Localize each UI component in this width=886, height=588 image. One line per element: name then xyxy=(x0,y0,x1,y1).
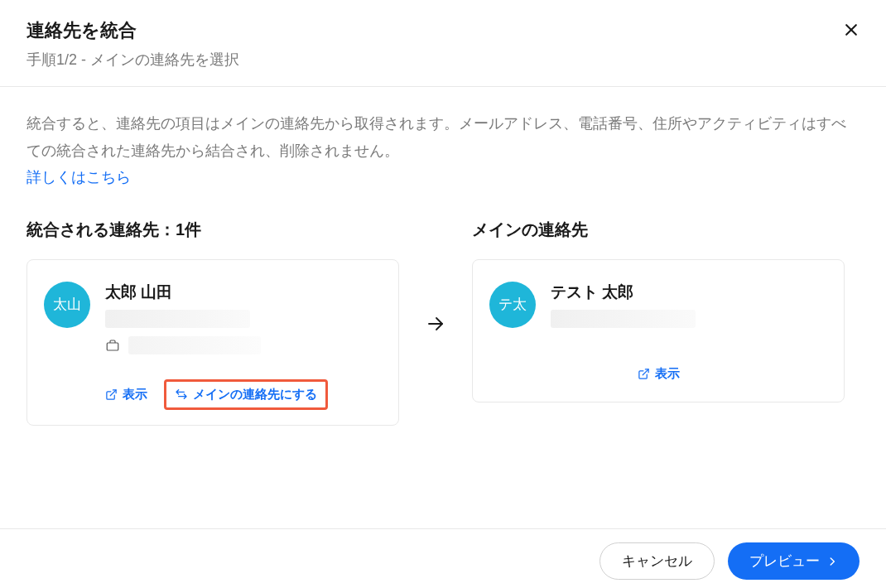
close-icon xyxy=(843,22,860,38)
avatar: テ太 xyxy=(489,282,536,328)
avatar: 太山 xyxy=(44,282,90,328)
card-info: 太郎 山田 xyxy=(105,282,382,354)
external-link-icon xyxy=(638,368,650,380)
learn-more-link[interactable]: 詳しくはこちら xyxy=(26,167,131,187)
modal-subtitle: 手順1/2 - メインの連絡先を選択 xyxy=(26,50,860,70)
briefcase-icon xyxy=(105,338,120,353)
arrow-right-icon xyxy=(426,314,445,334)
contact-name: テスト 太郎 xyxy=(551,282,827,303)
card-info: テスト 太郎 xyxy=(551,282,827,336)
close-button[interactable] xyxy=(840,18,863,41)
columns-container: 統合される連絡先：1件 太山 太郎 山田 xyxy=(26,219,860,426)
placeholder-company xyxy=(128,336,261,354)
modal-title: 連絡先を統合 xyxy=(26,18,860,43)
make-primary-button[interactable]: メインの連絡先にする xyxy=(164,379,328,410)
preview-label: プレビュー xyxy=(749,552,820,571)
view-button[interactable]: 表示 xyxy=(631,361,686,387)
card-actions: 表示 メインの連絡先にする xyxy=(44,379,382,410)
modal-footer: キャンセル プレビュー xyxy=(0,528,886,588)
primary-contact-column: メインの連絡先 テ太 テスト 太郎 xyxy=(472,219,845,402)
svg-rect-2 xyxy=(107,343,118,350)
card-actions: 表示 xyxy=(489,361,827,387)
primary-contact-card: テ太 テスト 太郎 表示 xyxy=(472,259,845,402)
view-label: 表示 xyxy=(655,366,680,382)
view-label: 表示 xyxy=(123,387,147,402)
description-text: 統合すると、連絡先の項目はメインの連絡先から取得されます。メールアドレス、電話番… xyxy=(26,110,860,166)
modal-body: 統合すると、連絡先の項目はメインの連絡先から取得されます。メールアドレス、電話番… xyxy=(0,87,886,442)
card-top-row: 太山 太郎 山田 xyxy=(44,282,382,354)
card-top-row: テ太 テスト 太郎 xyxy=(489,282,827,336)
external-link-icon xyxy=(105,388,118,401)
chevron-right-icon xyxy=(826,556,838,567)
cancel-button[interactable]: キャンセル xyxy=(599,542,715,580)
placeholder-email xyxy=(105,310,250,328)
preview-button[interactable]: プレビュー xyxy=(728,542,860,580)
swap-icon xyxy=(175,388,188,401)
svg-line-3 xyxy=(110,389,116,395)
contact-name: 太郎 山田 xyxy=(105,282,382,303)
merged-column-title: 統合される連絡先：1件 xyxy=(26,219,399,241)
placeholder-email xyxy=(551,310,696,328)
svg-line-5 xyxy=(643,369,648,374)
view-button[interactable]: 表示 xyxy=(99,382,154,407)
merged-contact-card: 太山 太郎 山田 xyxy=(26,259,399,426)
arrow-column xyxy=(399,219,472,334)
merged-contacts-column: 統合される連絡先：1件 太山 太郎 山田 xyxy=(26,219,399,426)
modal-header: 連絡先を統合 手順1/2 - メインの連絡先を選択 xyxy=(0,0,886,87)
placeholder-company-row xyxy=(105,336,382,354)
cancel-label: キャンセル xyxy=(622,552,692,571)
make-primary-label: メインの連絡先にする xyxy=(193,387,317,402)
primary-column-title: メインの連絡先 xyxy=(472,219,845,241)
